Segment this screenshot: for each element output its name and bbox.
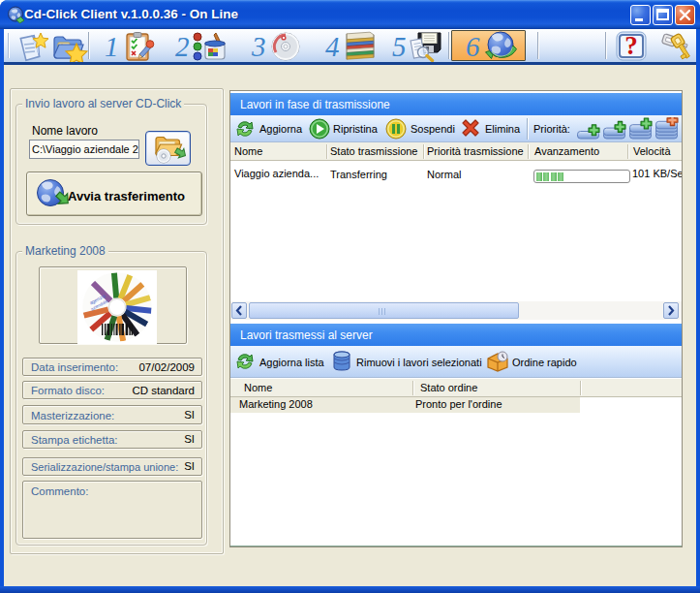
svg-text:?: ? [624,31,638,60]
